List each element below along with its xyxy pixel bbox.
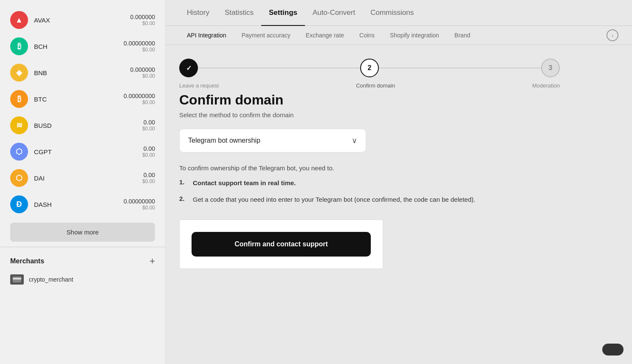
step-3: 3 xyxy=(541,59,560,77)
coin-icon-busd: ≋ xyxy=(10,116,28,134)
instruction-intro: To confirm ownership of the Telegram bot… xyxy=(179,164,560,172)
coin-row-dash[interactable]: Đ DASH 0.00000000 $0.00 xyxy=(0,191,165,217)
coin-row-bnb[interactable]: ◈ BNB 0.000000 $0.00 xyxy=(0,59,165,86)
instruction-num-1: 1. xyxy=(179,178,188,186)
coin-icon-dai: ⬡ xyxy=(10,169,28,187)
coin-row-btc[interactable]: ₿ BTC 0.00000000 $0.00 xyxy=(0,86,165,112)
coin-amount-cgpt: 0.00 xyxy=(142,145,155,152)
coin-name-dai: DAI xyxy=(34,175,136,182)
coin-usd-busd: $0.00 xyxy=(142,126,155,132)
tab-commissions[interactable]: Commissions xyxy=(363,0,421,25)
instruction-text-1: Contact support team in real time. xyxy=(193,178,296,188)
coin-usd-bch: $0.00 xyxy=(124,47,155,53)
coin-amount-busd: 0.00 xyxy=(142,119,155,126)
step-1-circle: ✓ xyxy=(179,59,198,77)
coin-name-avax: AVAX xyxy=(34,17,124,24)
merchant-icon xyxy=(10,274,24,285)
coin-usd-bnb: $0.00 xyxy=(130,73,155,79)
merchants-label: Merchants xyxy=(10,257,44,265)
tab-history[interactable]: History xyxy=(179,0,217,25)
merchant-name: crypto_merchant xyxy=(29,276,73,283)
merchant-row[interactable]: crypto_merchant xyxy=(0,270,165,289)
coin-name-busd: BUSD xyxy=(34,122,136,129)
coin-icon-bnb: ◈ xyxy=(10,64,28,82)
page-title: Confirm domain xyxy=(179,92,560,108)
sub-nav-brand[interactable]: Brand xyxy=(447,26,478,45)
step-2-circle: 2 xyxy=(360,59,379,77)
settings-content: ✓ 2 3 Leave a request Confirm domain Mod… xyxy=(166,45,573,282)
stepper-row: ✓ 2 3 xyxy=(179,59,560,77)
coin-row-cgpt[interactable]: ⬡ CGPT 0.00 $0.00 xyxy=(0,138,165,165)
coin-values-bch: 0.00000000 $0.00 xyxy=(124,40,155,53)
sub-nav: API Integration Payment accuracy Exchang… xyxy=(166,26,632,45)
instruction-list: 1. Contact support team in real time. 2.… xyxy=(179,178,560,204)
coin-usd-avax: $0.00 xyxy=(130,20,155,26)
coin-values-avax: 0.000000 $0.00 xyxy=(130,14,155,26)
sub-nav-shopify[interactable]: Shopify integration xyxy=(382,26,447,45)
coin-usd-dash: $0.00 xyxy=(124,205,155,211)
tab-statistics[interactable]: Statistics xyxy=(217,0,261,25)
coin-values-cgpt: 0.00 $0.00 xyxy=(142,145,155,158)
instruction-num-2: 2. xyxy=(179,195,188,202)
coin-values-dash: 0.00000000 $0.00 xyxy=(124,198,155,211)
step-3-circle: 3 xyxy=(541,59,560,77)
sub-nav-payment[interactable]: Payment accuracy xyxy=(234,26,298,45)
sub-nav-coins[interactable]: Coins xyxy=(352,26,382,45)
coin-amount-avax: 0.000000 xyxy=(130,14,155,20)
show-more-button[interactable]: Show more xyxy=(10,223,155,242)
stepper: ✓ 2 3 Leave a request Confirm domain Mod… xyxy=(179,59,560,89)
coin-amount-dai: 0.00 xyxy=(142,172,155,178)
instruction-item-1: 1. Contact support team in real time. xyxy=(179,178,560,188)
step-1: ✓ xyxy=(179,59,198,77)
confirm-contact-support-button[interactable]: Confirm and contact support xyxy=(192,232,371,257)
coin-amount-btc: 0.00000000 xyxy=(124,93,155,99)
coin-name-btc: BTC xyxy=(34,96,118,103)
tab-auto-convert[interactable]: Auto-Convert xyxy=(305,0,363,25)
svg-rect-1 xyxy=(13,278,21,279)
coin-values-bnb: 0.000000 $0.00 xyxy=(130,66,155,79)
sidebar-divider xyxy=(0,247,165,247)
instruction-item-2: 2. Get a code that you need into enter t… xyxy=(179,195,560,205)
step-3-label: Moderation xyxy=(532,82,560,89)
page-subtitle: Select the method to confirm the domain xyxy=(179,111,560,119)
coin-values-btc: 0.00000000 $0.00 xyxy=(124,93,155,105)
merchants-section: Merchants + xyxy=(0,252,165,270)
coin-usd-btc: $0.00 xyxy=(124,99,155,105)
step-line-1 xyxy=(198,68,360,68)
coin-name-cgpt: CGPT xyxy=(34,148,136,155)
coin-name-bch: BCH xyxy=(34,43,118,50)
coin-amount-dash: 0.00000000 xyxy=(124,198,155,205)
coin-row-busd[interactable]: ≋ BUSD 0.00 $0.00 xyxy=(0,112,165,138)
dropdown-selected-label: Telegram bot ownership xyxy=(188,137,260,144)
coin-name-bnb: BNB xyxy=(34,69,124,76)
chat-bubble[interactable] xyxy=(602,344,624,356)
sidebar: ▲ AVAX 0.000000 $0.00 ₿ BCH 0.00000000 $… xyxy=(0,0,166,364)
main-content: History Statistics Settings Auto-Convert… xyxy=(166,0,632,364)
coin-values-dai: 0.00 $0.00 xyxy=(142,172,155,184)
merchants-add-button[interactable]: + xyxy=(150,257,155,266)
step-2-label: Confirm domain xyxy=(356,82,395,89)
coin-values-busd: 0.00 $0.00 xyxy=(142,119,155,132)
step-1-label: Leave a request xyxy=(179,82,219,89)
stepper-labels: Leave a request Confirm domain Moderatio… xyxy=(179,79,560,89)
coin-row-dai[interactable]: ⬡ DAI 0.00 $0.00 xyxy=(0,165,165,191)
method-dropdown[interactable]: Telegram bot ownership ∨ xyxy=(179,129,366,152)
coin-amount-bnb: 0.000000 xyxy=(130,66,155,73)
coin-row-bch[interactable]: ₿ BCH 0.00000000 $0.00 xyxy=(0,33,165,59)
sub-nav-api[interactable]: API Integration xyxy=(179,26,234,45)
coin-icon-bch: ₿ xyxy=(10,37,28,55)
sub-nav-scroll-right[interactable]: › xyxy=(607,29,618,41)
coin-row-avax[interactable]: ▲ AVAX 0.000000 $0.00 xyxy=(0,7,165,33)
coin-name-dash: DASH xyxy=(34,201,118,208)
chevron-down-icon: ∨ xyxy=(352,136,357,145)
coin-usd-dai: $0.00 xyxy=(142,178,155,184)
coin-icon-dash: Đ xyxy=(10,195,28,213)
step-line-2 xyxy=(379,68,541,68)
tab-settings[interactable]: Settings xyxy=(261,0,305,25)
instruction-text-2: Get a code that you need into enter to y… xyxy=(193,195,475,205)
sub-nav-exchange[interactable]: Exchange rate xyxy=(298,26,352,45)
coin-icon-btc: ₿ xyxy=(10,90,28,108)
step-2: 2 xyxy=(360,59,379,77)
nav-tabs: History Statistics Settings Auto-Convert… xyxy=(166,0,632,26)
coin-amount-bch: 0.00000000 xyxy=(124,40,155,47)
